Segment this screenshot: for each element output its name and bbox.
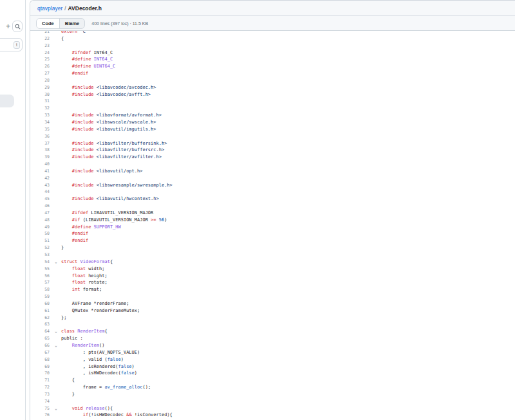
code-line: 44	[30, 188, 515, 196]
code-text: #endif	[61, 237, 88, 244]
code-line: 46	[30, 203, 515, 210]
code-line: 43 #include <libswresample/swresample.h>	[30, 182, 515, 189]
code-text: , valid (false)	[61, 356, 124, 363]
line-number[interactable]: 48	[30, 217, 51, 224]
line-number[interactable]: 41	[30, 168, 51, 175]
line-number[interactable]: 60	[30, 300, 51, 307]
collapse-chevron-icon[interactable]: ⌄	[51, 405, 61, 412]
chevron-spacer	[51, 203, 61, 210]
line-number[interactable]: 72	[30, 384, 51, 391]
tab-blame[interactable]: Blame	[60, 19, 85, 28]
chevron-spacer	[51, 300, 61, 307]
line-number[interactable]: 51	[30, 237, 51, 244]
code-line: 30 #include <libavcodec/avfft.h>	[30, 91, 515, 98]
line-number[interactable]: 69	[30, 363, 51, 370]
chevron-spacer	[51, 98, 61, 105]
line-number[interactable]: 47	[30, 210, 51, 217]
line-number[interactable]: 70	[30, 370, 51, 377]
code-text: AVFrame *renderFrame;	[61, 300, 129, 307]
line-number[interactable]: 35	[30, 126, 51, 133]
line-number[interactable]: 46	[30, 203, 51, 210]
line-number[interactable]: 53	[30, 251, 51, 259]
line-number[interactable]: 32	[30, 105, 51, 112]
code-line: 73 }	[30, 391, 515, 398]
collapse-chevron-icon[interactable]: ⌄	[51, 328, 61, 335]
line-number[interactable]: 67	[30, 349, 51, 356]
line-number[interactable]: 59	[30, 293, 51, 300]
line-number[interactable]: 65	[30, 335, 51, 342]
line-number[interactable]: 29	[30, 84, 51, 91]
code-line: 76 if(!isHWDecodec && !isConverted){	[30, 412, 515, 419]
chevron-spacer	[51, 237, 61, 244]
keyboard-shortcut-hint: t	[14, 41, 20, 49]
line-number[interactable]: 33	[30, 112, 51, 119]
go-to-file-input[interactable]: t	[0, 38, 23, 51]
line-number[interactable]: 28	[30, 77, 51, 84]
chevron-spacer	[51, 398, 61, 405]
line-number[interactable]: 58	[30, 286, 51, 293]
line-number[interactable]: 37	[30, 140, 51, 147]
line-number[interactable]: 36	[30, 133, 51, 140]
plus-icon[interactable]: +	[4, 21, 12, 32]
code-line: 75⌄ void release(){	[30, 405, 515, 412]
line-number[interactable]: 21	[30, 31, 51, 35]
line-number[interactable]: 39	[30, 154, 51, 161]
line-number[interactable]: 45	[30, 196, 51, 203]
chevron-spacer	[51, 126, 61, 133]
code-line: 51 #endif	[30, 237, 515, 244]
line-number[interactable]: 24	[30, 50, 51, 57]
line-number[interactable]: 43	[30, 182, 51, 189]
line-number[interactable]: 61	[30, 307, 51, 315]
line-number[interactable]: 63	[30, 321, 51, 328]
line-number[interactable]: 54	[30, 259, 51, 266]
line-number[interactable]: 57	[30, 279, 51, 286]
line-number[interactable]: 50	[30, 230, 51, 237]
line-number[interactable]: 64	[30, 328, 51, 335]
tab-code[interactable]: Code	[37, 19, 60, 28]
line-number[interactable]: 71	[30, 377, 51, 384]
line-number[interactable]: 25	[30, 56, 51, 63]
chevron-spacer	[51, 35, 61, 42]
breadcrumb-repo-link[interactable]: qtavplayer	[37, 5, 62, 12]
line-number[interactable]: 56	[30, 273, 51, 280]
line-number[interactable]: 22	[30, 35, 51, 42]
line-number[interactable]: 49	[30, 224, 51, 231]
search-icon	[15, 21, 21, 32]
line-number[interactable]: 31	[30, 98, 51, 105]
line-number[interactable]: 55	[30, 266, 51, 273]
line-number[interactable]: 74	[30, 398, 51, 405]
line-number[interactable]: 62	[30, 315, 51, 322]
line-number[interactable]: 26	[30, 63, 51, 70]
line-number[interactable]: 42	[30, 175, 51, 182]
code-line: 22{	[30, 35, 515, 42]
code-line: 31	[30, 98, 515, 105]
line-number[interactable]: 34	[30, 119, 51, 126]
line-number[interactable]: 27	[30, 70, 51, 77]
line-number[interactable]: 76	[30, 412, 51, 419]
chevron-spacer	[51, 244, 61, 251]
line-number[interactable]: 68	[30, 356, 51, 363]
code-line: 45 #include <libavutil/hwcontext.h>	[30, 196, 515, 203]
chevron-spacer	[51, 356, 61, 363]
line-number[interactable]: 30	[30, 91, 51, 98]
line-number[interactable]: 75	[30, 405, 51, 412]
code-line: 21extern "C"	[30, 31, 515, 35]
line-number[interactable]: 66	[30, 342, 51, 349]
search-button[interactable]	[12, 21, 23, 32]
line-number[interactable]: 40	[30, 161, 51, 168]
line-number[interactable]: 52	[30, 244, 51, 251]
line-number[interactable]: 73	[30, 391, 51, 398]
collapse-chevron-icon[interactable]: ⌄	[51, 259, 61, 266]
line-number[interactable]: 38	[30, 147, 51, 154]
line-number[interactable]: 44	[30, 188, 51, 196]
code-line: 66⌄ RenderItem()	[30, 342, 515, 349]
file-view-panel: qtavplayer / AVDecoder.h Code Blame 400 …	[30, 0, 515, 420]
selected-tree-item[interactable]	[0, 95, 14, 107]
code-line: 32	[30, 105, 515, 112]
chevron-spacer	[51, 84, 61, 91]
collapse-chevron-icon[interactable]: ⌄	[51, 342, 61, 349]
code-text: #if (LIBAVUTIL_VERSION_MAJOR >= 56)	[61, 217, 167, 224]
code-text: #include <libavfilter/avfilter.h>	[61, 154, 162, 161]
chevron-spacer	[51, 377, 61, 384]
line-number[interactable]: 23	[30, 42, 51, 50]
